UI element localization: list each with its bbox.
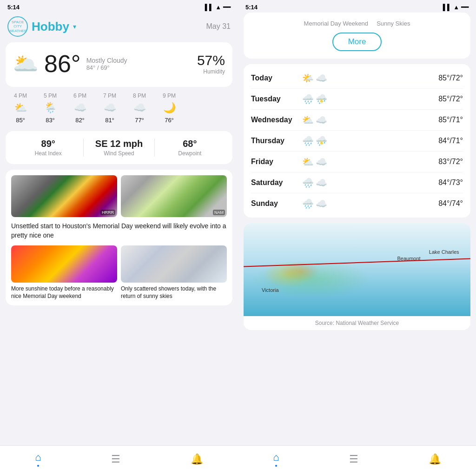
nav-news-left[interactable]: ☰ <box>111 453 120 465</box>
news-icon-right: ☰ <box>349 453 358 465</box>
map-nam-label: NAM <box>213 210 225 215</box>
wifi-icon: ▲ <box>215 4 221 11</box>
current-date: May 31 <box>206 22 231 31</box>
nav-alerts-right[interactable]: 🔔 <box>429 453 441 465</box>
forecast-icons: ⛅☁️ <box>302 156 426 167</box>
stat-label: Dewpoint <box>155 150 225 157</box>
news-caption-1: More sunshine today before a reasonably … <box>11 285 117 300</box>
temp-row: 🌥️ 86° Mostly Cloudy 84° / 69° 57% Humid… <box>13 50 225 78</box>
home-icon-left: ⌂ <box>35 451 41 463</box>
bottom-nav-right: ⌂ ☰ 🔔 <box>238 445 476 476</box>
forecast-day-name: Friday <box>251 158 302 166</box>
right-scroll-content: Memorial Day Weekend Sunny Skies More To… <box>238 13 476 445</box>
status-bar-right: 5:14 ▌▌ ▲ ━━ <box>238 0 476 13</box>
radar-map-visual: Beaumont Lake Charles Victoria <box>244 223 470 316</box>
forecast-temps: 84°/73° <box>426 178 463 187</box>
condition-col: Mostly Cloudy 84° / 69° <box>86 57 127 71</box>
top-banner: Memorial Day Weekend Sunny Skies More <box>244 13 470 59</box>
status-bar-left: 5:14 ▌▌ ▲ ━━ <box>0 0 238 13</box>
radar-map-hrrr: HRRR <box>11 175 117 217</box>
forecast-temps: 84°/71° <box>426 137 463 145</box>
forecast-icons: 🌧️⛈️ <box>302 93 426 105</box>
nav-alerts-left[interactable]: 🔔 <box>191 453 203 465</box>
hi-lo: 84° / 69° <box>86 64 127 71</box>
app-logo: SPACECITYWEATHER <box>7 16 28 37</box>
hour-icon: ⛅ <box>14 102 27 114</box>
humidity-label: Humidity <box>197 68 225 75</box>
news-headline-1: Unsettled start to Houston's Memorial Da… <box>11 222 227 240</box>
map-overlay <box>244 223 470 316</box>
stat-item: 89° Heat Index <box>13 139 83 157</box>
forecast-icon: 🌧️ <box>302 177 314 188</box>
forecast-day-name: Tuesday <box>251 95 302 103</box>
hourly-forecast: 4 PM ⛅ 85° 5 PM 🌦️ 83° 6 PM ☁️ 82° 7 PM … <box>6 93 232 126</box>
forecast-icons: 🌤️☁️ <box>302 73 426 84</box>
more-button[interactable]: More <box>332 33 382 51</box>
current-weather-icon: 🌥️ <box>13 52 39 76</box>
news-caption-2: Only scattered showers today, with the r… <box>121 285 227 300</box>
stat-value: 68° <box>155 139 225 149</box>
forecast-temps: 85°/71° <box>426 116 463 124</box>
news-item-2[interactable]: More sunshine today before a reasonably … <box>11 245 117 300</box>
header-left: SPACECITYWEATHER Hobby ▾ May 31 <box>0 13 238 42</box>
forecast-day-name: Saturday <box>251 178 302 187</box>
bell-icon-right: 🔔 <box>429 453 441 465</box>
news-icon-left: ☰ <box>111 453 120 465</box>
hour-label: 6 PM <box>73 93 86 99</box>
nav-active-dot-left <box>37 465 39 467</box>
news-item-3[interactable]: Only scattered showers today, with the r… <box>121 245 227 300</box>
humidity-col: 57% Humidity <box>197 53 225 75</box>
nav-home-right[interactable]: ⌂ <box>273 451 279 467</box>
nav-news-right[interactable]: ☰ <box>349 453 358 465</box>
humidity-pct: % <box>212 53 225 68</box>
stat-label: Heat Index <box>13 150 83 157</box>
hour-label: 4 PM <box>14 93 27 99</box>
hour-icon: ☁️ <box>74 102 86 114</box>
stat-label: Wind Speed <box>84 150 154 157</box>
hourly-item: 5 PM 🌦️ 83° <box>35 93 65 124</box>
forecast-icons: 🌧️⛈️ <box>302 135 426 146</box>
forecast-icons: 🌧️☁️ <box>302 177 426 188</box>
hourly-item: 7 PM ☁️ 81° <box>95 93 125 124</box>
location-chevron-icon[interactable]: ▾ <box>73 23 76 30</box>
hour-temp: 81° <box>105 117 114 124</box>
map-label-victoria: Victoria <box>262 287 278 293</box>
forecast-icons: 🌧️☁️ <box>302 198 426 209</box>
stats-card: 89° Heat Index SE 12 mph Wind Speed 68° … <box>6 131 232 164</box>
forecast-icon: ☁️ <box>316 114 327 126</box>
news-row-2: More sunshine today before a reasonably … <box>11 245 227 300</box>
hour-temp: 77° <box>135 117 144 124</box>
map-card: Beaumont Lake Charles Victoria Source: N… <box>244 223 470 330</box>
forecast-row: Thursday 🌧️⛈️ 84°/71° <box>251 131 463 152</box>
left-panel: 5:14 ▌▌ ▲ ━━ SPACECITYWEATHER Hobby ▾ Ma… <box>0 0 238 476</box>
battery-icon-right: ━━ <box>461 4 469 11</box>
hour-icon: 🌦️ <box>44 102 57 114</box>
stat-item: SE 12 mph Wind Speed <box>83 139 154 157</box>
hour-temp: 76° <box>165 117 174 124</box>
location-selector[interactable]: SPACECITYWEATHER Hobby ▾ <box>7 16 76 37</box>
forecast-icon: ⛅ <box>302 156 314 167</box>
stat-value: SE 12 mph <box>84 139 154 149</box>
signal-icon-right: ▌▌ <box>443 4 451 11</box>
stat-value: 89° <box>13 139 83 149</box>
banner-text-1: Memorial Day Weekend <box>304 20 368 27</box>
bottom-nav-left: ⌂ ☰ 🔔 <box>0 445 238 476</box>
condition-text: Mostly Cloudy <box>86 57 127 64</box>
hourly-item: 8 PM ☁️ 77° <box>125 93 154 124</box>
stat-item: 68° Dewpoint <box>154 139 225 157</box>
hourly-item: 9 PM 🌙 76° <box>154 93 184 124</box>
news-maps-row: HRRR NAM <box>11 175 227 217</box>
location-name[interactable]: Hobby <box>32 20 69 34</box>
pressure-map-image <box>121 245 227 283</box>
forecast-icon: ☁️ <box>316 73 327 84</box>
hour-icon: 🌙 <box>163 102 176 114</box>
hour-temp: 83° <box>46 117 55 124</box>
hour-icon: ☁️ <box>133 102 146 114</box>
nav-home-left[interactable]: ⌂ <box>35 451 41 467</box>
forecast-icon: ⛈️ <box>316 135 327 146</box>
wifi-icon-right: ▲ <box>453 4 459 11</box>
right-panel: 5:14 ▌▌ ▲ ━━ Memorial Day Weekend Sunny … <box>238 0 476 476</box>
news-card[interactable]: HRRR NAM Unsettled start to Houston's Me… <box>6 170 232 305</box>
forecast-row: Tuesday 🌧️⛈️ 85°/72° <box>251 89 463 110</box>
forecast-day-name: Sunday <box>251 199 302 208</box>
